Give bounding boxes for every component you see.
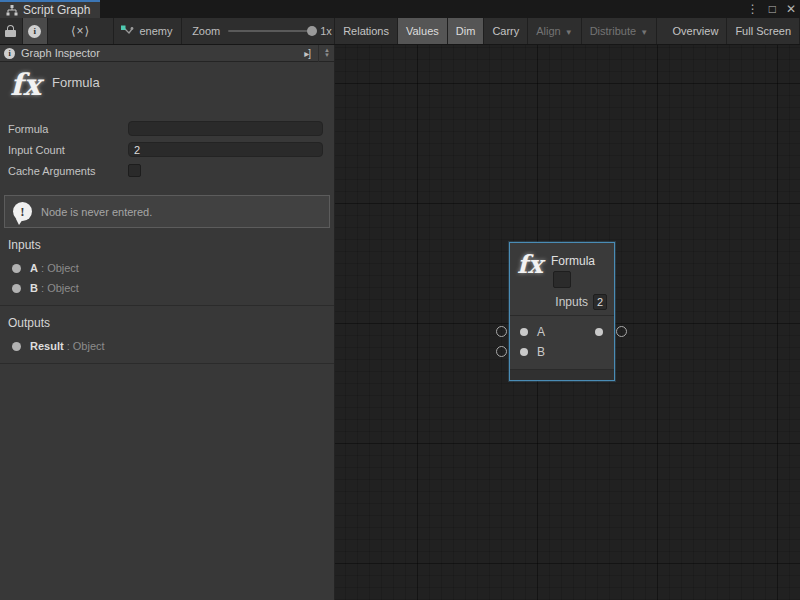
tab-script-graph[interactable]: Script Graph <box>0 0 100 18</box>
external-output-socket-result[interactable] <box>616 326 627 337</box>
node-formula-input[interactable] <box>553 271 571 288</box>
inspector-header: i Graph Inspector ▸] ▲ ▼ <box>0 45 334 62</box>
node-port-row-b: B <box>510 342 614 362</box>
close-icon[interactable]: ✕ <box>786 0 796 18</box>
input-port-b-icon[interactable] <box>520 348 528 356</box>
full-screen-button[interactable]: Full Screen <box>727 18 800 44</box>
port-type: : Object <box>41 262 79 274</box>
formula-node-header[interactable]: fx Formula Inputs 2 <box>510 243 614 316</box>
code-preview-button[interactable]: ⟨×⟩ <box>48 18 115 44</box>
breadcrumb-label: enemy <box>139 25 172 37</box>
input-row-b: B : Object <box>0 278 334 298</box>
cache-arguments-label: Cache Arguments <box>8 165 128 177</box>
port-type: : Object <box>67 340 105 352</box>
node-title: Formula <box>551 254 595 268</box>
graph-hierarchy-icon <box>6 5 18 16</box>
node-ports: A B <box>510 316 614 369</box>
full-screen-label: Full Screen <box>735 25 791 37</box>
node-port-row-a: A <box>510 322 614 342</box>
warning-box: ! Node is never entered. <box>4 195 330 228</box>
lock-button[interactable] <box>0 18 23 44</box>
inputs-heading: Inputs <box>0 228 334 258</box>
graph-toolbar: i ⟨×⟩ enemy Zoom 1x Relations <box>0 18 800 45</box>
port-dot-icon <box>12 264 21 273</box>
input-count-label: Input Count <box>8 144 128 156</box>
cache-arguments-field-row: Cache Arguments <box>0 160 334 181</box>
input-row-a: A : Object <box>0 258 334 278</box>
maximize-icon[interactable]: □ <box>769 0 776 18</box>
dim-label: Dim <box>456 25 476 37</box>
input-count-field-row: Input Count <box>0 139 334 160</box>
fx-icon: fx <box>10 70 52 100</box>
node-inputs-label: Inputs <box>555 295 588 309</box>
values-label: Values <box>406 25 439 37</box>
warning-icon: ! <box>13 202 32 221</box>
distribute-dropdown[interactable]: Distribute ▼ <box>582 18 657 44</box>
overview-button[interactable]: Overview <box>665 18 728 44</box>
cache-arguments-checkbox[interactable] <box>128 164 141 177</box>
relations-label: Relations <box>343 25 389 37</box>
align-dropdown[interactable]: Align ▼ <box>528 18 581 44</box>
node-footer <box>510 369 614 380</box>
graph-breadcrumb-icon <box>120 24 134 38</box>
dim-button[interactable]: Dim <box>448 18 485 44</box>
inspector-toggle-button[interactable]: i <box>23 18 48 44</box>
script-graph-window: Script Graph ⋮ □ ✕ i ⟨×⟩ enemy <box>0 0 800 600</box>
output-row-result: Result : Object <box>0 336 334 356</box>
zoom-slider[interactable] <box>228 30 312 32</box>
port-type: : Object <box>41 282 79 294</box>
fx-icon: fx <box>517 250 543 279</box>
zoom-control: Zoom 1x <box>182 18 335 44</box>
relations-button[interactable]: Relations <box>335 18 398 44</box>
tab-strip: Script Graph ⋮ □ ✕ <box>0 0 800 18</box>
dock-panel-icon[interactable]: ▸] <box>304 48 310 59</box>
window-controls: ⋮ □ ✕ <box>747 0 796 18</box>
formula-input[interactable] <box>128 121 323 136</box>
arrow-down-icon[interactable]: ▼ <box>324 53 330 58</box>
align-label: Align <box>536 25 560 37</box>
window-menu-icon[interactable]: ⋮ <box>747 0 759 18</box>
external-input-socket-a[interactable] <box>496 326 507 337</box>
zoom-label: Zoom <box>192 25 220 37</box>
graph-inspector-panel: i Graph Inspector ▸] ▲ ▼ fx Formula Form… <box>0 45 335 600</box>
chevron-down-icon: ▼ <box>565 28 573 37</box>
selected-node-name: Formula <box>52 70 100 90</box>
info-icon: i <box>28 25 41 38</box>
graph-canvas[interactable]: fx Formula Inputs 2 A <box>335 45 800 600</box>
content-area: i Graph Inspector ▸] ▲ ▼ fx Formula Form… <box>0 45 800 600</box>
overview-label: Overview <box>673 25 719 37</box>
pane-scroll-arrows[interactable]: ▲ ▼ <box>318 45 330 62</box>
output-port-result-icon[interactable] <box>595 328 603 336</box>
tab-label: Script Graph <box>23 3 90 17</box>
input-port-a-icon[interactable] <box>520 328 528 336</box>
formula-field-label: Formula <box>8 123 128 135</box>
port-dot-icon <box>12 284 21 293</box>
toolbar-gap <box>657 18 664 44</box>
zoom-value: 1x <box>320 25 332 37</box>
carry-button[interactable]: Carry <box>484 18 528 44</box>
port-dot-icon <box>12 342 21 351</box>
node-title-block: fx Formula <box>0 62 334 118</box>
warning-text: Node is never entered. <box>41 206 152 218</box>
breadcrumb[interactable]: enemy <box>114 18 182 44</box>
chevron-down-icon: ▼ <box>640 28 648 37</box>
carry-label: Carry <box>492 25 519 37</box>
port-name: A <box>30 262 38 274</box>
input-count-input[interactable] <box>128 142 323 157</box>
lock-icon <box>5 25 16 37</box>
zoom-slider-handle[interactable] <box>307 26 317 36</box>
input-port-a-label: A <box>537 325 545 339</box>
node-inputs-row: Inputs 2 <box>555 294 607 310</box>
node-inputs-count[interactable]: 2 <box>593 294 607 310</box>
input-port-b-label: B <box>537 345 545 359</box>
port-name: B <box>30 282 38 294</box>
info-icon: i <box>4 48 15 59</box>
formula-field-row: Formula <box>0 118 334 139</box>
external-input-socket-b[interactable] <box>496 346 507 357</box>
formula-node[interactable]: fx Formula Inputs 2 A <box>509 242 615 381</box>
outputs-heading: Outputs <box>0 306 334 336</box>
values-button[interactable]: Values <box>398 18 448 44</box>
port-name: Result <box>30 340 64 352</box>
section-divider <box>0 363 334 364</box>
inspector-title: Graph Inspector <box>21 47 298 59</box>
